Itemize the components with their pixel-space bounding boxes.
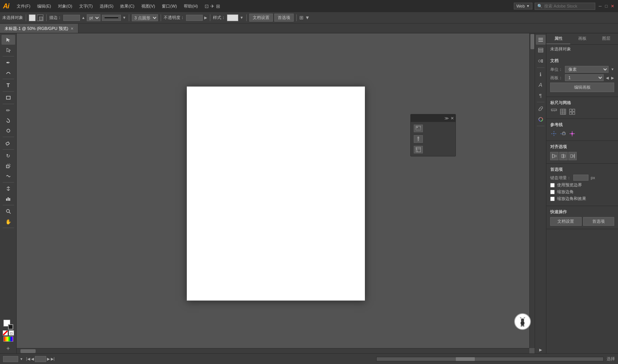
quick-preferences-button[interactable]: 首选项 [583,217,615,226]
stroke-color-swatch[interactable] [37,14,44,21]
minimize-button[interactable]: ─ [598,3,603,9]
libraries-panel-button[interactable] [536,56,546,66]
next-page-button[interactable]: ▶ [47,357,50,361]
tab-layers[interactable]: 图层 [594,33,618,44]
properties-panel-button[interactable] [536,35,546,45]
menu-effect[interactable]: 效果(C) [118,3,136,10]
h-scroll-thumb-status[interactable] [456,357,475,361]
pen-tool-button[interactable]: ✒ [2,58,15,67]
first-page-button[interactable]: |◀ [26,357,30,361]
brush-tool-button[interactable] [2,116,15,125]
menu-type[interactable]: 文字(T) [77,3,95,10]
curvature-tool-button[interactable] [2,68,15,78]
zoom-dropdown-icon[interactable]: ▼ [20,357,23,361]
text-panel-button[interactable]: A [536,80,546,90]
scale-effects-checkbox[interactable] [550,197,555,201]
stroke-options-icon[interactable]: ▼ [122,16,126,20]
menu-window[interactable]: 窗口(W) [160,3,179,10]
graph-tool-button[interactable] [2,194,15,204]
workspace-selector[interactable]: Web ▼ [514,3,532,9]
mini-slice-item[interactable] [412,145,454,155]
hand-tool-button[interactable]: ✋ [2,217,15,227]
show-pixel-grid-icon[interactable] [568,108,576,116]
rotate-tool-button[interactable]: ↻ [2,151,15,161]
fill-stroke-swatches[interactable] [3,320,13,330]
color-gradient-bar[interactable] [3,336,13,342]
deer-badge[interactable] [514,313,531,330]
color-panel-button[interactable] [536,114,546,124]
menu-view[interactable]: 视图(V) [139,3,158,10]
mini-expand-button[interactable]: ≫ [444,116,449,121]
show-grid-icon[interactable] [559,108,567,116]
maximize-button[interactable]: □ [604,3,609,9]
menu-help[interactable]: 帮助(H) [181,3,200,10]
prev-page-button[interactable]: ◀ [31,357,34,361]
opacity-arrow-icon[interactable]: ▶ [204,16,207,20]
type-tool-button[interactable]: T [2,80,15,90]
tab-properties[interactable]: 属性 [546,33,570,44]
menu-select[interactable]: 选择(S) [97,3,116,10]
link-panel-button[interactable] [536,104,546,114]
artboard-prev-icon[interactable]: ◀ [606,76,609,80]
horizontal-scroll-thumb[interactable] [20,349,36,353]
menu-file[interactable]: 文件(F) [14,3,33,10]
keyboard-increment-input[interactable]: 1 [573,175,588,181]
style-arrow-icon[interactable]: ▼ [240,16,244,20]
add-tool-button[interactable]: + [6,345,10,352]
blob-brush-tool-button[interactable] [2,126,15,136]
pencil-tool-button[interactable]: ✏ [2,105,15,115]
snap-right-icon[interactable] [568,152,577,160]
share-icon[interactable]: ✈ [210,3,214,9]
info-panel-button[interactable]: ℹ [536,69,546,79]
horizontal-scrollbar[interactable] [17,348,529,353]
mini-image-item[interactable] [412,123,454,133]
stroke-up-icon[interactable]: ▲ [81,16,85,20]
menu-edit[interactable]: 编辑(E) [35,3,53,10]
scale-corners-checkbox[interactable] [550,190,555,194]
last-page-button[interactable]: ▶| [51,357,55,361]
fill-color-swatch[interactable] [29,14,36,21]
stock-search-input[interactable] [544,4,590,8]
eraser-tool-button[interactable] [2,138,15,148]
stroke-size-input[interactable]: 1 [63,15,80,21]
close-button[interactable]: ✕ [610,3,615,9]
selection-tool-button[interactable] [2,35,15,45]
lock-guides-icon[interactable] [559,130,567,137]
reset-icon[interactable]: ⊡ [9,330,14,336]
h-scrollbar-status[interactable] [376,357,604,361]
unit-select[interactable]: 像素 [565,66,609,73]
document-tab[interactable]: 未标题-1 @ 50% (RGB/GPU 预览) ✕ [0,24,78,33]
warp-tool-button[interactable] [2,171,15,181]
none-icon[interactable] [3,330,8,336]
stock-search[interactable]: 🔍 [535,3,595,10]
edit-artboard-button[interactable]: 编辑画板 [550,83,614,92]
more-options-icon[interactable]: ▼ [305,15,310,20]
collapse-rail-button[interactable]: ▶ [539,347,542,352]
page-input[interactable]: 1 [35,356,46,362]
stroke-swatch[interactable] [8,324,13,330]
use-preview-bounds-checkbox[interactable] [550,183,555,187]
point-type-select[interactable]: 3 点圆形 [132,14,158,21]
snap-center-h-icon[interactable] [559,152,568,160]
show-rulers-icon[interactable] [550,108,558,116]
opacity-input[interactable]: 100% [186,15,203,21]
mini-close-button[interactable]: ✕ [451,116,454,121]
scale-tool-button[interactable] [2,161,15,171]
preferences-button[interactable]: 首选项 [274,14,294,22]
show-guides-icon[interactable] [550,130,558,137]
mini-puppet-item[interactable] [412,134,454,144]
artboard-next-icon[interactable]: ▶ [611,76,614,80]
quick-doc-settings-button[interactable]: 文档设置 [550,217,582,226]
doc-settings-button[interactable]: 文档设置 [249,14,273,22]
vertical-scroll-thumb[interactable] [530,34,534,49]
vertical-scrollbar[interactable] [529,33,535,348]
zoom-input[interactable]: 50% [3,356,18,362]
artboard-select[interactable]: 1 [565,74,604,81]
paragraph-panel-button[interactable]: ¶ [536,91,546,100]
snap-left-icon[interactable] [550,152,559,160]
smart-guides-icon[interactable] [568,130,576,137]
shape-tool-button[interactable] [2,93,15,103]
width-tool-button[interactable] [2,184,15,194]
zoom-tool-button[interactable] [2,206,15,216]
tab-close-button[interactable]: ✕ [70,27,74,31]
